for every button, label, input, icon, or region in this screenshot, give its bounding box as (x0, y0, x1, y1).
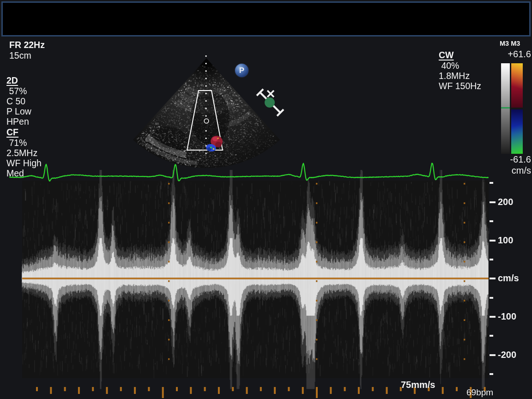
ultrasound-screen: { "left_panel": { "frame_rate": "FR 22Hz… (0, 0, 532, 399)
caliper-green-dot (265, 97, 275, 108)
cw-mode-gain: 40% (439, 60, 459, 71)
cw-mode-wall-filter: WF 150Hz (439, 81, 481, 91)
probe-orientation-icon[interactable]: P (235, 64, 248, 77)
cw-mode-frequency: 1.8MHz (439, 71, 470, 81)
b-mode-title[interactable]: 2D (6, 75, 18, 85)
color-mode-resolution: Med (6, 168, 24, 178)
axis-label-neg200: -200 (498, 350, 516, 360)
axis-label-unit: cm/s (498, 273, 519, 284)
probe-orientation-letter: P (239, 66, 244, 75)
depth-label: 15cm (9, 50, 31, 60)
patient-info-bar (1, 1, 531, 36)
b-mode-persistence: P Low (6, 106, 31, 116)
probe-id-label: M3 M3 (500, 40, 520, 47)
color-mode-wall-filter: WF High (6, 158, 42, 168)
color-mode-title[interactable]: CF (6, 127, 18, 137)
color-scale-min: -61.6 (502, 154, 531, 164)
b-mode-gain: 57% (6, 86, 27, 96)
color-scale-unit: cm/s (502, 165, 531, 175)
cw-mode-title[interactable]: CW (439, 50, 454, 60)
heart-rate-label: 69bpm (466, 387, 493, 398)
b-mode-resolution: HPen (6, 116, 29, 127)
axis-label-100: 100 (498, 235, 513, 246)
color-mode-gain: 71% (6, 138, 27, 148)
axis-label-200: 200 (498, 197, 513, 207)
color-scale-max: +61.6 (502, 49, 531, 59)
caliper-marker-icon[interactable] (254, 86, 287, 120)
frame-rate-label: FR 22Hz (9, 40, 45, 50)
b-mode-compress: C 50 (6, 96, 25, 106)
sweep-speed-label: 75mm/s (401, 380, 435, 390)
axis-label-neg100: -100 (498, 311, 516, 322)
color-mode-frequency: 2.5MHz (6, 148, 37, 158)
